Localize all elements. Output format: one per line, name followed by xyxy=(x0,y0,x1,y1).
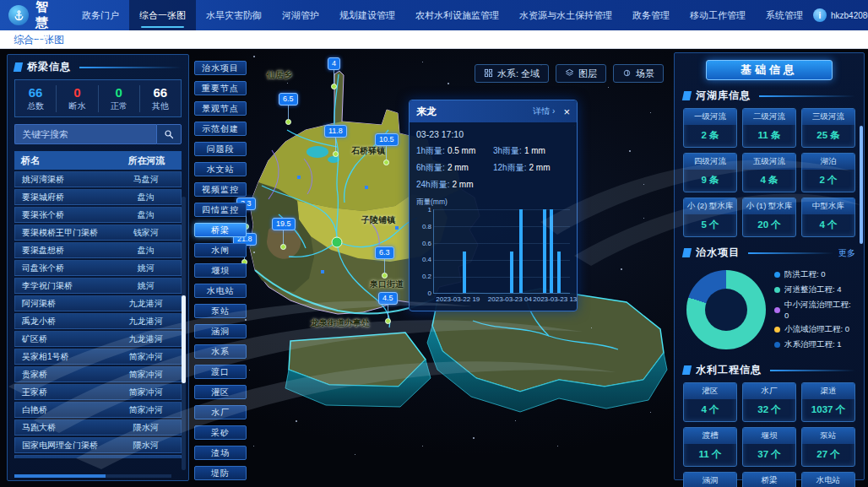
table-row[interactable]: 阿河渠桥九龙港河 xyxy=(14,295,182,311)
nav-item[interactable]: 农村水利设施监管理 xyxy=(405,0,509,30)
layer-item[interactable]: 示范创建 xyxy=(194,122,247,136)
marker-value: 19.5 xyxy=(272,218,296,230)
star xyxy=(643,218,644,219)
user-menu[interactable]: i hkzb42080201 ∨ xyxy=(813,8,868,22)
cell-river-name: 简家冲河 xyxy=(111,387,181,398)
map-marker[interactable]: 6.3 xyxy=(375,246,394,279)
card-value: 9 条 xyxy=(684,170,736,192)
star xyxy=(621,268,622,270)
table-row[interactable]: 要渠城府桥盘沟 xyxy=(14,189,182,205)
layer-item[interactable]: 渣场 xyxy=(194,446,247,460)
legend-dot xyxy=(774,272,780,278)
marker-stem xyxy=(283,230,284,244)
layer-item[interactable]: 堰坝 xyxy=(194,263,247,278)
layer-item[interactable]: 水文站 xyxy=(194,162,247,176)
rain-bar xyxy=(519,209,523,293)
legend-dot xyxy=(774,327,780,333)
map-control-grid[interactable]: 水系: 全域 xyxy=(475,64,549,83)
layer-item[interactable]: 水厂 xyxy=(194,405,247,419)
star xyxy=(650,112,651,113)
card-label: 小 (1) 型水库 xyxy=(743,198,795,214)
nav-item[interactable]: 水旱灾害防御 xyxy=(196,0,272,30)
layer-item[interactable]: 治水项目 xyxy=(194,61,247,75)
table-row[interactable]: 白艳桥简家冲河 xyxy=(14,402,182,418)
card-label: 三级河流 xyxy=(802,109,854,125)
section-works: 灌区4 个水厂32 个渠道1037 个渡槽11 个堰坝37 个泵站27 个涵洞4… xyxy=(683,382,855,487)
map-control-layers[interactable]: 图层 xyxy=(556,64,606,83)
table-row[interactable]: 国家电网理金门渠桥隈水河 xyxy=(14,437,182,453)
table-row[interactable]: 姚河湾渠桥马盘河 xyxy=(14,171,182,187)
table-row[interactable]: 矿区桥九龙港河 xyxy=(14,331,182,347)
table-row[interactable]: 贵家桥简家冲河 xyxy=(14,366,182,382)
layer-menu: 治水项目重要节点景观节点示范创建问题段水文站视频监控四情监控桥梁水闸堰坝水电站泵… xyxy=(194,61,247,480)
map-marker[interactable]: 4.5 xyxy=(378,292,398,324)
table-row[interactable]: 王家桥简家冲河 xyxy=(14,384,182,400)
layer-item[interactable]: 泵站 xyxy=(194,304,247,318)
map-control-scene[interactable]: 场景 xyxy=(613,64,664,83)
popup-close-button[interactable]: × xyxy=(563,106,570,117)
nav-item[interactable]: 水资源与水土保持管理 xyxy=(509,0,622,30)
layer-item[interactable]: 涵洞 xyxy=(194,324,247,338)
nav-item[interactable]: 规划建设管理 xyxy=(329,0,405,30)
search-button[interactable] xyxy=(156,124,182,144)
nav-item[interactable]: 政务门户 xyxy=(72,0,129,30)
right-scrollbar[interactable] xyxy=(860,126,863,244)
x-tick-label: 2023-03-23 04 xyxy=(488,295,532,303)
rain-stat: 3h雨量:1 mm xyxy=(493,145,570,157)
section-river-lake: 一级河流2 条二级河流11 条三级河流25 条四级河流9 条五级河流4 条湖泊2… xyxy=(683,108,855,237)
table-row[interactable]: 集贸市场桥隈水河 xyxy=(14,455,182,458)
y-tick-label: 0.8 xyxy=(417,222,431,230)
layer-item[interactable]: 问题段 xyxy=(194,142,247,156)
avatar: i xyxy=(813,8,827,22)
table-row[interactable]: 禹龙小桥九龙港河 xyxy=(14,313,182,329)
card-label: 中型水库 xyxy=(802,198,854,214)
layer-item[interactable]: 灌区 xyxy=(194,385,247,399)
map-marker[interactable]: 6.5 xyxy=(279,93,298,125)
nav-item[interactable]: 河湖管护 xyxy=(272,0,329,30)
layer-item[interactable]: 水闸 xyxy=(194,243,247,257)
nav-item[interactable]: 移动工作管理 xyxy=(680,0,756,30)
nav-item[interactable]: 综合一张图 xyxy=(129,0,196,30)
layer-item[interactable]: 水系 xyxy=(194,344,247,359)
h-scrollbar[interactable] xyxy=(14,474,171,478)
stat-value: 66 xyxy=(15,85,56,100)
table-row[interactable]: 要渠模桥王甲门渠桥钱家河 xyxy=(14,225,182,241)
nav-item[interactable]: 政务管理 xyxy=(622,0,680,30)
marker-dot xyxy=(285,119,291,125)
basic-info-button[interactable]: 基础信息 xyxy=(706,60,833,80)
more-link[interactable]: 更多 xyxy=(838,247,855,259)
marker-stem xyxy=(388,305,388,318)
donut-chart xyxy=(686,270,766,349)
star xyxy=(591,327,592,328)
layer-item[interactable]: 采砂 xyxy=(194,425,247,440)
layer-item[interactable]: 桥梁 xyxy=(194,223,247,237)
table-row[interactable]: 马跑大桥隈水河 xyxy=(14,419,182,436)
layer-item[interactable]: 视频监控 xyxy=(194,182,247,197)
nav-item[interactable]: 系统管理 xyxy=(756,0,813,30)
v-scrollbar[interactable] xyxy=(182,197,186,470)
star xyxy=(608,87,609,88)
table-row[interactable]: 要渠张个桥盘沟 xyxy=(14,207,182,223)
layer-item[interactable]: 水电站 xyxy=(194,284,247,298)
layer-item[interactable]: 重要节点 xyxy=(194,81,247,95)
info-card: 灌区4 个 xyxy=(683,382,737,422)
map-marker[interactable]: 11.8 xyxy=(324,125,347,157)
legend-text: 水系治理工程: 1 xyxy=(784,339,842,350)
layer-item[interactable]: 四情监控 xyxy=(194,203,247,217)
marker-dot xyxy=(382,273,388,279)
cell-river-name: 钱家河 xyxy=(111,227,181,239)
map-marker[interactable]: 19.5 xyxy=(272,218,296,250)
cell-river-name: 姚河 xyxy=(111,280,181,292)
layer-item[interactable]: 景观节点 xyxy=(194,101,247,116)
table-row[interactable]: 李学祝门渠桥姚河 xyxy=(14,278,182,294)
map-marker[interactable]: 4 xyxy=(328,57,340,89)
layer-item[interactable]: 堤防 xyxy=(194,466,247,480)
map-marker[interactable]: 10.5 xyxy=(375,133,399,165)
popup-detail-link[interactable]: 详情 › xyxy=(533,106,555,117)
stat-item: 0正常 xyxy=(99,85,140,112)
table-row[interactable]: 司盘张个桥姚河 xyxy=(14,260,182,276)
table-row[interactable]: 要渠盘想桥盘沟 xyxy=(14,242,182,258)
keyword-search-input[interactable] xyxy=(14,124,156,144)
layer-item[interactable]: 渡口 xyxy=(194,365,247,379)
table-row[interactable]: 吴家相1号桥简家冲河 xyxy=(14,349,182,365)
